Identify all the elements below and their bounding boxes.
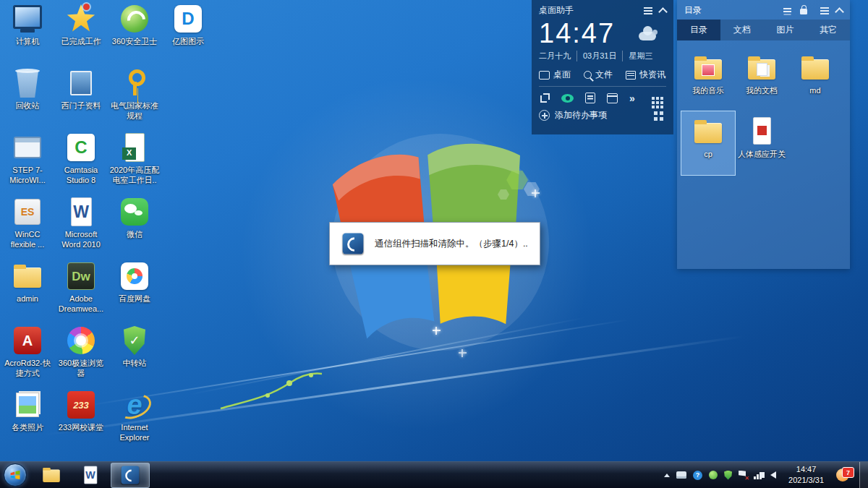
desktop-icon-label: 计算机 bbox=[16, 36, 40, 46]
screenshot-icon[interactable] bbox=[540, 93, 550, 103]
directory-item-label: 人体感应开关 bbox=[738, 149, 786, 159]
desktop-icon-label: 西门子资料 bbox=[61, 100, 101, 111]
browser-tray-icon[interactable]: 7 bbox=[836, 468, 849, 481]
directory-tab[interactable]: 文档 bbox=[720, 20, 764, 40]
directory-items: 我的音乐 我的文档 md cp 人体感应开关 bbox=[677, 40, 850, 182]
desktop-icon[interactable]: 360极速浏览器 bbox=[55, 325, 107, 389]
assistant-tab-label: 文件 bbox=[595, 69, 613, 81]
desktop-icon-label: 回收站 bbox=[16, 100, 40, 111]
desktop-icon[interactable]: W Microsoft Word 2010 bbox=[55, 196, 107, 260]
desktop-icon[interactable]: 电气国家标准规程 bbox=[109, 67, 161, 132]
more-tools-icon[interactable]: » bbox=[629, 95, 635, 102]
taskbar-clock[interactable]: 14:47 2021/3/31 bbox=[783, 464, 830, 486]
desktop: 计算机 回收站 STEP 7-MicroWI... ES WinCC flexi… bbox=[0, 0, 868, 488]
word-icon: W bbox=[65, 196, 97, 228]
taskbar-scanner-app-button[interactable] bbox=[111, 463, 150, 488]
desktop-icon[interactable]: D 亿图图示 bbox=[162, 3, 214, 67]
desktop-icon[interactable]: 已完成工作 bbox=[55, 3, 107, 67]
browser360-icon bbox=[65, 325, 97, 356]
desktop-icon[interactable]: ES WinCC flexible ... bbox=[1, 196, 54, 260]
todo-grid-icon[interactable] bbox=[654, 111, 658, 115]
add-todo-label[interactable]: 添加待办事项 bbox=[555, 109, 607, 121]
directory-item[interactable]: 我的文档 bbox=[735, 48, 788, 111]
directory-tab[interactable]: 其它 bbox=[807, 20, 850, 40]
desktop-icon[interactable]: 各类照片 bbox=[1, 389, 54, 453]
weather-icon[interactable] bbox=[637, 26, 662, 42]
volume-icon[interactable] bbox=[770, 471, 776, 479]
assistant-tab[interactable]: 文件 bbox=[584, 69, 613, 81]
directory-item[interactable]: md bbox=[788, 48, 842, 111]
directory-title: 目录 bbox=[684, 4, 702, 17]
directory-item[interactable]: 人体感应开关 bbox=[735, 111, 788, 175]
show-desktop-button[interactable] bbox=[859, 462, 868, 488]
desktop-icon-column-3: 360安全卫士 电气国家标准规程 X 2020年高压配电室工作日.. 微信 百度… bbox=[109, 3, 161, 453]
desktop-icon[interactable]: ✓ 中转站 bbox=[109, 325, 161, 389]
directory-item[interactable]: cp bbox=[681, 111, 735, 175]
desktop-icon-label: STEP 7-MicroWI... bbox=[1, 165, 54, 186]
desktop-icon-label: 微信 bbox=[127, 229, 142, 239]
tray-time: 14:47 bbox=[788, 464, 824, 475]
taskbar-word-button[interactable]: W bbox=[72, 463, 109, 487]
hexagon-decor bbox=[506, 171, 528, 189]
desktop-icon[interactable]: e Internet Explorer bbox=[109, 389, 161, 453]
desktop-icon-label: Camtasia Studio 8 bbox=[55, 165, 107, 186]
action-center-flag-icon[interactable] bbox=[739, 471, 747, 480]
assistant-tab[interactable]: 桌面 bbox=[539, 69, 571, 81]
add-todo-icon[interactable] bbox=[539, 110, 550, 121]
directory-item-label: 我的文档 bbox=[746, 85, 778, 95]
directory-item-label: md bbox=[809, 85, 820, 95]
scan-progress-message: 通信组件扫描和清除中。（步骤1/4）.. bbox=[375, 238, 528, 250]
apps-grid-icon[interactable] bbox=[652, 97, 655, 100]
assistant-menu-icon[interactable] bbox=[644, 10, 652, 12]
folder-icon bbox=[12, 260, 43, 292]
calendar-icon[interactable] bbox=[607, 93, 618, 103]
taskbar-explorer-button[interactable] bbox=[33, 463, 70, 487]
start-button[interactable] bbox=[4, 463, 27, 487]
desktop-icon-label: 各类照片 bbox=[12, 422, 43, 432]
ie-icon: e bbox=[119, 389, 150, 421]
scanner-app-icon bbox=[341, 232, 365, 255]
desktop-icon[interactable]: 西门子资料 bbox=[55, 67, 107, 132]
desktop-icon[interactable]: 回收站 bbox=[1, 67, 54, 132]
directory-collapse-icon[interactable] bbox=[835, 7, 844, 17]
system-tray: ? 14:47 2021/3/31 7 bbox=[664, 464, 856, 486]
eye-protect-icon[interactable] bbox=[561, 94, 574, 103]
scan-progress-dialog: 通信组件扫描和清除中。（步骤1/4）.. bbox=[329, 222, 540, 265]
tray-date: 2021/3/31 bbox=[788, 475, 824, 486]
hexagon-decor bbox=[524, 182, 540, 196]
messenger-tray-icon[interactable] bbox=[709, 471, 718, 479]
sort-icon[interactable] bbox=[783, 8, 791, 9]
directory-menu-icon[interactable] bbox=[820, 10, 829, 12]
assistant-collapse-icon[interactable] bbox=[658, 7, 668, 17]
desktop-icon[interactable]: A AcroRd32-快捷方式 bbox=[1, 325, 54, 389]
desktop-icon[interactable]: STEP 7-MicroWI... bbox=[1, 132, 54, 196]
assistant-tabs: 桌面 文件 快资讯 bbox=[539, 66, 666, 87]
edraw-icon: D bbox=[172, 3, 204, 35]
assistant-tab[interactable]: 快资讯 bbox=[626, 69, 665, 81]
desktop-icon[interactable]: C Camtasia Studio 8 bbox=[55, 132, 107, 196]
desktop-icon-label: 已完成工作 bbox=[61, 36, 101, 46]
lock-icon[interactable] bbox=[800, 9, 807, 14]
desktop-icon[interactable]: 微信 bbox=[109, 196, 161, 260]
desktop-icon[interactable]: admin bbox=[1, 260, 54, 325]
folder-icon bbox=[799, 52, 831, 84]
desktop-icon[interactable]: 计算机 bbox=[1, 3, 54, 67]
desktop-icon[interactable]: Dw Adobe Dreamwea... bbox=[55, 260, 107, 325]
input-keyboard-icon[interactable] bbox=[676, 471, 686, 479]
security-tray-icon[interactable] bbox=[724, 471, 732, 480]
desktop-icon[interactable]: X 2020年高压配电室工作日.. bbox=[109, 132, 161, 196]
assistant-title: 桌面助手 bbox=[539, 4, 574, 17]
desktop-icon-label: WinCC flexible ... bbox=[1, 229, 54, 250]
directory-tab[interactable]: 图片 bbox=[764, 20, 807, 40]
hidden-icons-button[interactable] bbox=[664, 474, 670, 477]
desktop-icon[interactable]: 360安全卫士 bbox=[109, 3, 161, 67]
desktop-icon-label: 百度网盘 bbox=[119, 294, 150, 304]
desktop-icon[interactable]: 百度网盘 bbox=[109, 260, 161, 325]
desktop-icon[interactable]: 233 233网校课堂 bbox=[55, 389, 107, 453]
help-icon[interactable]: ? bbox=[693, 471, 702, 480]
directory-item[interactable]: 我的音乐 bbox=[681, 48, 735, 111]
directory-tabs: 目录文档图片其它 bbox=[677, 20, 850, 40]
note-icon[interactable] bbox=[585, 93, 595, 103]
explorer-icon bbox=[41, 465, 61, 484]
directory-tab[interactable]: 目录 bbox=[677, 20, 720, 40]
